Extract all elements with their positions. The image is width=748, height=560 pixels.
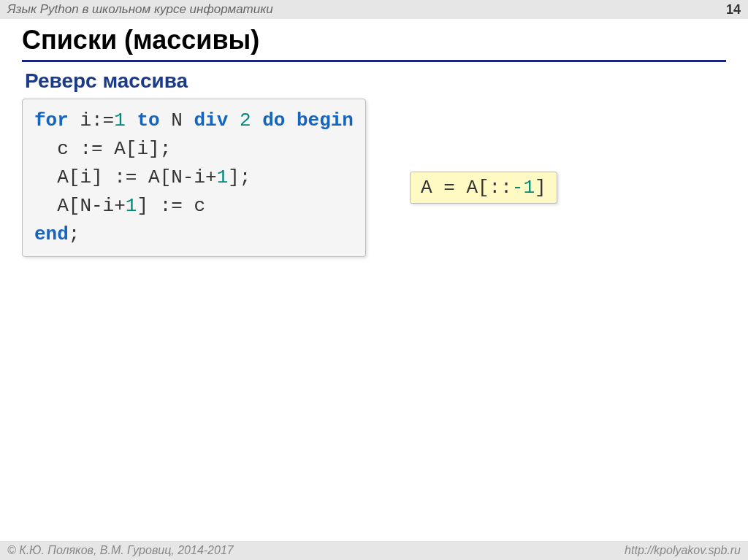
- header-bar: Язык Python в школьном курсе информатики…: [0, 0, 748, 19]
- python-code-block: A = A[::-1]: [410, 172, 557, 204]
- page-title: Списки (массивы): [22, 25, 726, 62]
- code-comparison-row: for i:=1 to N div 2 do begin c := A[i]; …: [22, 99, 726, 257]
- kw-begin: begin: [297, 110, 354, 131]
- page-number: 14: [726, 2, 741, 18]
- kw-for: for: [34, 110, 69, 131]
- pascal-code-block: for i:=1 to N div 2 do begin c := A[i]; …: [22, 99, 366, 257]
- section-subtitle: Реверс массива: [25, 69, 726, 93]
- kw-end: end: [34, 223, 69, 245]
- footer-bar: © К.Ю. Поляков, В.М. Гуровиц, 2014-2017 …: [0, 541, 748, 560]
- kw-div: div: [194, 110, 228, 131]
- content-area: Списки (массивы) Реверс массива for i:=1…: [0, 19, 748, 257]
- course-title: Язык Python в школьном курсе информатики: [7, 2, 273, 17]
- kw-to: to: [137, 110, 159, 131]
- kw-do: do: [262, 110, 285, 131]
- footer-url: http://kpolyakov.spb.ru: [625, 544, 741, 557]
- copyright-text: © К.Ю. Поляков, В.М. Гуровиц, 2014-2017: [7, 544, 234, 557]
